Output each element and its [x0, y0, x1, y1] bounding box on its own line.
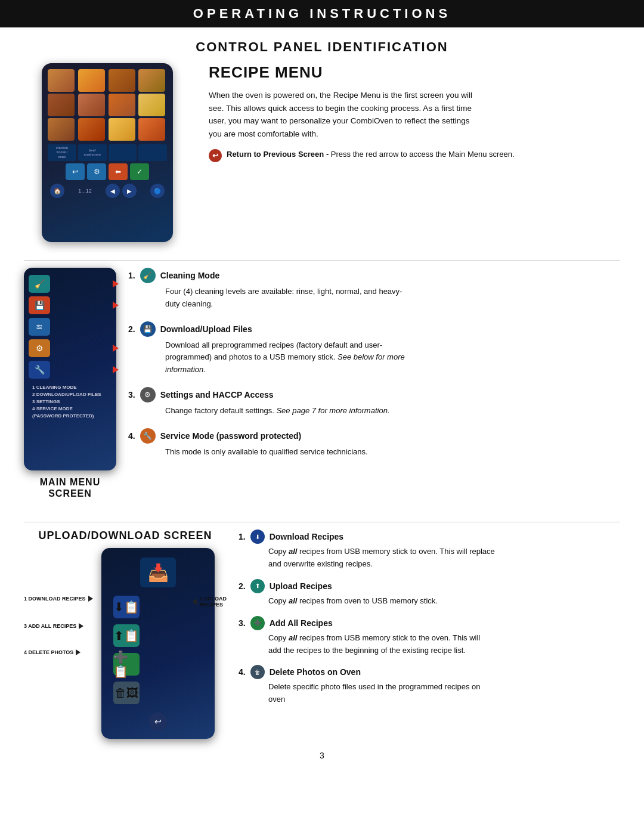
ud-icon-upload[interactable]: ⬆📋 — [113, 624, 140, 647]
ud-arrow-1 — [88, 596, 93, 602]
sni-text-upload: Copy all recipes from oven to USB memory… — [268, 595, 495, 608]
ni-text-service: This mode is only available to qualified… — [165, 446, 416, 459]
sni-num-3: 3. — [239, 618, 246, 628]
recipe-cell — [109, 69, 135, 92]
ud-back-btn[interactable]: ↩ — [149, 713, 167, 730]
device-nav-extra[interactable]: 🔵 — [150, 184, 165, 198]
device-nav-text: 1...12 — [78, 188, 92, 194]
mm-icon-item-cleaning: 🧹 — [29, 275, 112, 293]
device-label-cell: chickenfrozen/cook — [48, 144, 76, 161]
ni-header-3: 3. ⚙ Settings and HACCP Access — [128, 387, 620, 402]
ud-label-download-recipes: 1 DOWNLOAD RECIPES — [24, 596, 93, 602]
sub-item-3: 3. ➕ Add All Recipes Copy all recipes fr… — [239, 616, 620, 657]
sni-icon-download: ⬇ — [250, 529, 265, 544]
recipe-cell — [109, 118, 135, 141]
section-divider-2 — [24, 522, 620, 522]
section-title: CONTROL PANEL IDENTIFICATION — [24, 39, 620, 55]
recipe-cell — [48, 94, 75, 116]
sni-text-add: Copy all recipes from USB memory stick t… — [268, 632, 495, 657]
mm-icon-settings[interactable]: ⚙ — [29, 339, 50, 357]
ni-text-cleaning: Four (4) cleaning levels are available: … — [165, 286, 416, 311]
ud-labels-right: 2 UPLOAD RECIPES — [192, 596, 227, 608]
mm-icon-service[interactable]: 🔧 — [29, 361, 50, 379]
section-divider — [24, 260, 620, 261]
mm-label-download: 2 DOWNLOAD/UPLOAD FILES — [32, 392, 112, 397]
mm-icon-item-download: 💾 — [29, 296, 112, 314]
numbered-item-3: 3. ⚙ Settings and HACCP Access Change fa… — [128, 387, 620, 417]
ud-label-download-text: 1 DOWNLOAD RECIPES — [24, 596, 86, 602]
sni-title-download: Download Recipes — [270, 532, 343, 541]
device-label-cell — [109, 144, 137, 161]
bottom-right: 1. ⬇ Download Recipes Copy all recipes f… — [239, 529, 620, 714]
recipe-cell — [78, 94, 105, 116]
mm-icon-item-service: 🔧 — [29, 361, 112, 379]
ni-icon-service: 🔧 — [140, 428, 156, 444]
recipe-cell — [78, 69, 105, 92]
device-icon-btn-back[interactable]: ↩ — [66, 163, 85, 180]
return-icon: ↩ — [209, 149, 222, 162]
device-nav-home[interactable]: 🏠 — [50, 184, 64, 198]
recipe-cell — [138, 118, 165, 141]
bottom-section: UPLOAD/DOWNLOAD SCREEN 1 DOWNLOAD RECIPE… — [24, 529, 620, 739]
ud-arrow-right — [192, 599, 197, 605]
recipe-cell — [138, 94, 165, 116]
recipe-cell — [48, 69, 75, 92]
device-icon-btn-red[interactable]: ⬅ — [109, 163, 128, 180]
ud-icon-add[interactable]: ➕📋 — [113, 653, 140, 676]
mm-icon-item-steam: ≋ — [29, 318, 112, 336]
sni-icon-delete: 🗑 — [250, 665, 265, 679]
ud-arrow-3 — [79, 623, 83, 629]
ud-icon-item-download: ⬇📋 — [113, 596, 203, 618]
ud-icon-download[interactable]: ⬇📋 — [113, 596, 140, 618]
ud-labels-left: 1 DOWNLOAD RECIPES 3 ADD ALL RECIPES 4 D… — [24, 596, 93, 655]
mm-icon-steam[interactable]: ≋ — [29, 318, 50, 336]
mm-arrow-cleaning — [113, 280, 119, 287]
ni-header-2: 2. 💾 Download/Upload Files — [128, 321, 620, 337]
sni-icon-add: ➕ — [250, 616, 265, 630]
ud-label-delete-photos: 4 DELETE PHOTOS — [24, 649, 93, 655]
device-nav-right[interactable]: ▶ — [122, 184, 137, 198]
right-col: RECIPE MENU When the oven is powered on,… — [209, 63, 620, 242]
mm-arrow-download — [113, 302, 119, 309]
numbered-item-1: 1. 🧹 Cleaning Mode Four (4) cleaning lev… — [128, 268, 620, 311]
main-menu-device: 🧹 💾 ≋ ⚙ 🔧 — [24, 268, 116, 470]
ud-icon-list: ⬇📋 ⬆📋 ➕📋 🗑🖼 — [107, 596, 209, 704]
return-bold: Return to Previous Screen - — [227, 150, 329, 159]
device-nav-left[interactable]: ◀ — [106, 184, 120, 198]
mm-label-settings: 3 SETTINGS — [32, 399, 112, 404]
ud-device: 📥 ⬇📋 ⬆📋 ➕📋 — [101, 548, 215, 739]
return-note: ↩ Return to Previous Screen - Press the … — [209, 148, 620, 162]
ud-icon-delete[interactable]: 🗑🖼 — [113, 682, 140, 704]
mm-icon-download[interactable]: 💾 — [29, 296, 50, 314]
main-menu-area: 🧹 💾 ≋ ⚙ 🔧 — [24, 268, 116, 504]
sni-header-2: 2. ⬆ Upload Recipes — [239, 579, 620, 593]
device-nav-row: 🏠 1...12 ◀ ▶ 🔵 — [48, 184, 167, 198]
ud-label-upload-line2: RECIPES — [199, 602, 227, 608]
middle-section: 🧹 💾 ≋ ⚙ 🔧 — [24, 268, 620, 504]
ni-title-service: Service Mode (password protected) — [160, 431, 302, 441]
ni-icon-settings: ⚙ — [140, 387, 156, 402]
ud-label-delete-text: 4 DELETE PHOTOS — [24, 649, 73, 655]
ud-bottom-nav: ↩ — [107, 713, 209, 730]
ni-text-settings: Change factory default settings. See pag… — [165, 405, 416, 417]
recipe-menu-text: When the oven is powered on, the Recipe … — [209, 89, 483, 140]
ni-icon-cleaning: 🧹 — [140, 268, 156, 283]
ud-label-upload-line1: 2 UPLOAD — [199, 596, 227, 602]
mm-label-password: (PASSWORD PROTECTED) — [32, 413, 112, 419]
device-icon-btn-green[interactable]: ✓ — [130, 163, 149, 180]
page-number: 3 — [24, 751, 620, 766]
ni-header-1: 1. 🧹 Cleaning Mode — [128, 268, 620, 283]
device-icon-btn-settings[interactable]: ⚙ — [87, 163, 106, 180]
ni-icon-download: 💾 — [140, 321, 156, 337]
mm-label-cleaning: 1 CLEANING MODE — [32, 385, 112, 390]
ud-icon-item-upload: ⬆📋 — [113, 624, 203, 647]
mm-icon-cleaning[interactable]: 🧹 — [29, 275, 50, 293]
ud-icon-item-add: ➕📋 — [113, 653, 203, 676]
ud-arrow-4 — [76, 649, 80, 655]
ud-top-icon: 📥 — [107, 558, 209, 587]
mm-arrow-service — [113, 366, 119, 373]
ni-title-download: Download/Upload Files — [160, 324, 252, 334]
ni-title-settings: Settings and HACCP Access — [160, 390, 274, 400]
ud-label-upload-recipes: 2 UPLOAD RECIPES — [192, 596, 227, 608]
ud-label-add-text: 3 ADD ALL RECIPES — [24, 623, 76, 629]
